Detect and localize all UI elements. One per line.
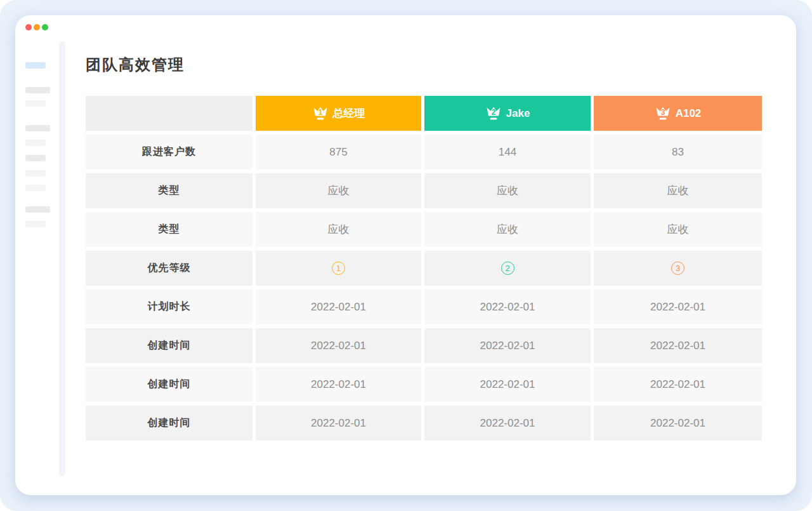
app-window: 团队高效管理 1 总经理 2 [15, 15, 796, 495]
crown-icon: 1 [312, 105, 329, 122]
svg-text:1: 1 [318, 107, 322, 116]
sidebar-skeleton-item [25, 100, 46, 107]
row-label: 优先等级 [86, 251, 252, 286]
column-header-1[interactable]: 1 总经理 [256, 96, 421, 131]
column-header-2[interactable]: 2 Jake [424, 96, 591, 131]
sidebar-skeleton-item [25, 140, 46, 146]
sidebar-item-active[interactable] [25, 62, 46, 69]
table-cell: 2022-02-01 [256, 406, 421, 441]
table-corner-cell [86, 96, 252, 131]
sidebar-skeleton-item [25, 87, 50, 93]
table-cell: 2022-02-01 [594, 406, 762, 441]
column-header-label: 总经理 [333, 106, 365, 121]
table-cell: 2022-02-01 [424, 289, 591, 324]
svg-text:3: 3 [660, 107, 665, 116]
row-label: 创建时间 [86, 406, 252, 441]
sidebar-skeleton-item [25, 206, 50, 213]
rank-badge: 2 [501, 262, 514, 275]
row-label: 创建时间 [86, 328, 252, 363]
column-header-3[interactable]: 3 A102 [594, 96, 762, 131]
sidebar-skeleton-item [25, 185, 46, 191]
sidebar-skeleton-item [25, 155, 46, 161]
crown-icon: 2 [485, 105, 502, 122]
table-cell: 1 [256, 251, 421, 286]
rank-badge: 3 [671, 262, 684, 275]
sidebar-skeleton-item [25, 221, 46, 227]
column-header-label: Jake [506, 107, 530, 120]
table-cell: 144 [424, 135, 591, 169]
main-content: 团队高效管理 1 总经理 2 [86, 15, 777, 441]
sidebar-skeleton-item [25, 170, 46, 176]
svg-text:2: 2 [491, 107, 495, 116]
table-cell: 2022-02-01 [594, 289, 762, 324]
comparison-table: 1 总经理 2 Jake [86, 96, 761, 441]
crown-icon: 3 [655, 105, 671, 122]
table-cell: 2022-02-01 [256, 289, 421, 324]
table-cell: 2022-02-01 [256, 367, 421, 402]
desktop-background: 团队高效管理 1 总经理 2 [0, 0, 812, 511]
table-cell: 应收 [256, 173, 421, 208]
row-label: 类型 [86, 212, 252, 247]
rank-badge: 1 [332, 262, 345, 275]
table-cell: 2022-02-01 [424, 406, 591, 441]
table-cell: 2022-02-01 [594, 367, 762, 402]
table-cell: 应收 [594, 173, 762, 208]
table-cell: 83 [594, 135, 762, 169]
sidebar-divider [59, 41, 65, 476]
table-cell: 3 [594, 251, 762, 286]
sidebar-skeleton-item [25, 125, 50, 131]
table-cell: 2022-02-01 [424, 328, 591, 363]
table-cell: 应收 [594, 212, 762, 247]
sidebar [25, 15, 57, 495]
table-cell: 应收 [256, 212, 421, 247]
column-header-label: A102 [676, 107, 702, 120]
table-cell: 2 [424, 251, 591, 286]
row-label: 创建时间 [86, 367, 252, 402]
page-title: 团队高效管理 [86, 55, 777, 75]
row-label: 类型 [86, 173, 252, 208]
table-cell: 应收 [424, 173, 591, 208]
table-cell: 应收 [424, 212, 591, 247]
table-cell: 2022-02-01 [594, 328, 762, 363]
table-cell: 2022-02-01 [256, 328, 421, 363]
row-label: 计划时长 [86, 289, 252, 324]
row-label: 跟进客户数 [86, 135, 252, 169]
table-cell: 875 [256, 135, 421, 169]
table-cell: 2022-02-01 [424, 367, 591, 402]
